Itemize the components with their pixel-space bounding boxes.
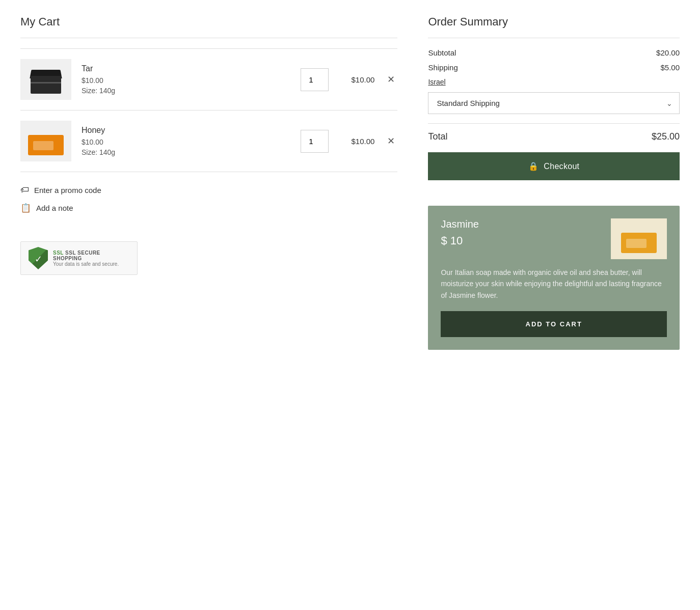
tag-icon: 🏷	[20, 185, 29, 195]
honey-item-price: $10.00	[82, 138, 290, 146]
shipping-value: $5.00	[660, 63, 680, 72]
ssl-badge: ✓ SSL SSL SECURE SHOPPING Your data is s…	[20, 241, 138, 275]
tar-item-total: $10.00	[339, 75, 374, 84]
summary-divider	[428, 123, 680, 124]
cart-item-tar: Tar $10.00 Size: 140g $10.00 ✕	[20, 48, 397, 110]
add-to-cart-button[interactable]: ADD TO CART	[441, 311, 667, 337]
shipping-country-link[interactable]: Israel	[428, 78, 680, 86]
order-summary-title: Order Summary	[428, 15, 680, 29]
honey-item-total: $10.00	[339, 137, 374, 146]
add-note-label: Add a note	[36, 204, 73, 212]
tar-item-size: Size: 140g	[82, 87, 290, 95]
product-name: Jasmine	[441, 218, 603, 230]
total-row: Total $25.00	[428, 131, 680, 142]
product-recommendation-card: Jasmine $ 10 Our Italian soap made with …	[428, 206, 680, 350]
cart-actions: 🏷 Enter a promo code 📋 Add a note	[20, 172, 397, 229]
product-card-inner: Jasmine $ 10	[441, 218, 667, 259]
shipping-row: Shipping $5.00	[428, 63, 680, 72]
product-price: $ 10	[441, 234, 603, 247]
honey-item-name: Honey	[82, 126, 290, 135]
summary-title-divider	[428, 38, 680, 38]
promo-code-button[interactable]: 🏷 Enter a promo code	[20, 185, 101, 195]
note-icon: 📋	[20, 203, 31, 213]
subtotal-label: Subtotal	[428, 48, 456, 57]
checkout-button[interactable]: 🔒 Checkout	[428, 152, 680, 180]
tar-quantity-box[interactable]	[301, 68, 329, 91]
honey-quantity-input[interactable]	[301, 130, 328, 152]
subtotal-row: Subtotal $20.00	[428, 48, 680, 57]
total-label: Total	[428, 131, 447, 142]
ssl-shield-icon: ✓	[29, 247, 48, 269]
tar-quantity-input[interactable]	[301, 69, 328, 91]
shipping-method-wrapper: Standard Shipping Express Shipping ⌄	[428, 92, 680, 114]
jasmine-product-image	[611, 218, 667, 259]
shipping-label: Shipping	[428, 63, 457, 72]
tar-item-name: Tar	[82, 64, 290, 73]
promo-code-label: Enter a promo code	[34, 186, 101, 195]
subtotal-value: $20.00	[656, 48, 680, 57]
tar-item-details: Tar $10.00 Size: 140g	[82, 64, 290, 95]
product-info: Jasmine $ 10	[441, 218, 603, 259]
ssl-title: SSL SSL SECURE SHOPPING	[53, 250, 129, 261]
cart-title: My Cart	[20, 15, 397, 29]
total-value: $25.00	[652, 131, 680, 142]
order-summary-section: Order Summary Subtotal $20.00 Shipping $…	[428, 15, 680, 350]
product-description: Our Italian soap made with organic olive…	[441, 267, 667, 301]
lock-icon: 🔒	[528, 161, 539, 171]
tar-item-price: $10.00	[82, 76, 290, 85]
ssl-subtitle: Your data is safe and secure.	[53, 261, 129, 267]
ssl-text: SSL SSL SECURE SHOPPING Your data is saf…	[53, 250, 129, 267]
cart-section: My Cart Tar $10.00 Size: 140g $10.00 ✕	[20, 15, 397, 350]
tar-product-image	[20, 59, 71, 100]
honey-remove-button[interactable]: ✕	[385, 134, 397, 148]
honey-product-image	[20, 121, 71, 161]
honey-quantity-box[interactable]	[301, 130, 329, 153]
title-divider	[20, 38, 397, 38]
cart-item-honey: Honey $10.00 Size: 140g $10.00 ✕	[20, 110, 397, 172]
shipping-method-select[interactable]: Standard Shipping Express Shipping	[428, 92, 680, 114]
honey-item-size: Size: 140g	[82, 148, 290, 156]
honey-item-details: Honey $10.00 Size: 140g	[82, 126, 290, 156]
tar-remove-button[interactable]: ✕	[385, 72, 397, 87]
checkout-label: Checkout	[544, 162, 579, 171]
add-note-button[interactable]: 📋 Add a note	[20, 203, 73, 213]
